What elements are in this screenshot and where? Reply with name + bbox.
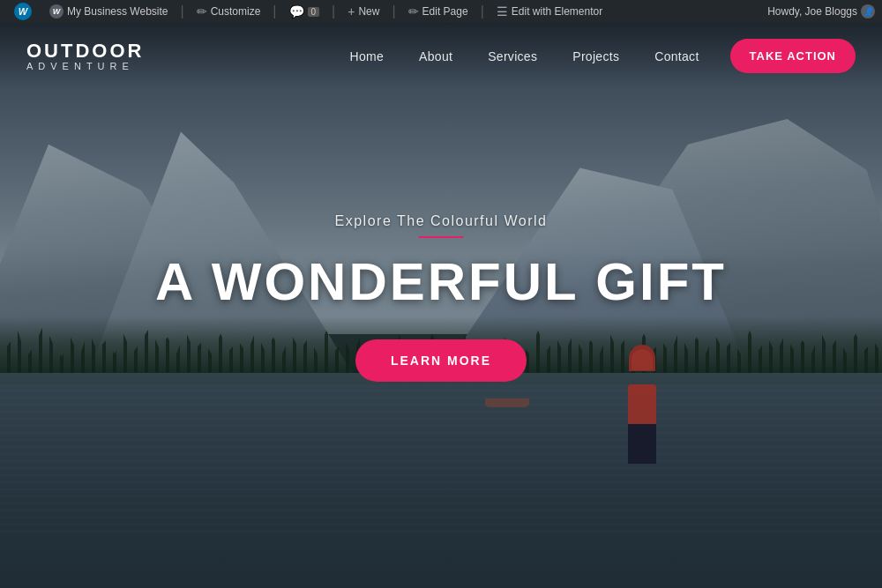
new-button[interactable]: + New: [340, 0, 386, 23]
edit-page-icon: ✏: [408, 4, 419, 19]
nav-item-services[interactable]: Services: [470, 41, 555, 72]
admin-bar-left: W W My Business Website | ✏ Customize | …: [7, 0, 609, 23]
wp-logo-button[interactable]: W: [7, 0, 39, 23]
my-business-label: My Business Website: [67, 5, 168, 18]
elementor-label: Edit with Elementor: [512, 5, 602, 18]
wp-icon-button[interactable]: W My Business Website: [42, 0, 176, 23]
user-greeting: Howdy, Joe Bloggs: [767, 5, 857, 18]
main-nav: Home About Services Projects Contact TAK…: [333, 39, 856, 73]
separator-4: |: [390, 4, 397, 19]
hero-subtitle-underline: [419, 235, 463, 237]
comments-button[interactable]: 💬 0: [282, 0, 327, 23]
hero-subtitle: Explore The Colourful World: [18, 212, 864, 228]
admin-bar: W W My Business Website | ✏ Customize | …: [0, 0, 882, 23]
customize-button[interactable]: ✏ Customize: [190, 0, 268, 23]
hero-content: Explore The Colourful World A WONDERFUL …: [0, 212, 882, 381]
comment-count: 0: [308, 7, 320, 17]
logo-line2: ADVENTURE: [26, 62, 144, 71]
wp-logo-icon: W: [14, 3, 32, 20]
customize-icon: ✏: [197, 4, 207, 19]
new-icon: +: [348, 4, 355, 19]
nav-item-home[interactable]: Home: [333, 41, 402, 72]
edit-page-label: Edit Page: [422, 5, 468, 18]
separator-5: |: [479, 4, 486, 19]
separator-1: |: [179, 4, 186, 19]
edit-page-button[interactable]: ✏ Edit Page: [401, 0, 475, 23]
elementor-icon: ☰: [497, 4, 508, 19]
take-action-button[interactable]: TAKE ACTION: [730, 39, 856, 73]
site-header: OUTDOOR ADVENTURE Home About Services Pr…: [0, 23, 882, 89]
logo-line1: OUTDOOR: [26, 41, 144, 61]
wp-small-icon: W: [49, 4, 64, 19]
user-avatar[interactable]: 👤: [861, 4, 875, 19]
elementor-button[interactable]: ☰ Edit with Elementor: [490, 0, 609, 23]
nav-item-contact[interactable]: Contact: [637, 41, 716, 72]
separator-2: |: [271, 4, 278, 19]
nav-item-about[interactable]: About: [401, 41, 470, 72]
hero-title: A WONDERFUL GIFT: [18, 255, 864, 308]
site-logo: OUTDOOR ADVENTURE: [26, 41, 144, 71]
site-wrapper: OUTDOOR ADVENTURE Home About Services Pr…: [0, 23, 882, 588]
admin-bar-right: Howdy, Joe Bloggs 👤: [767, 4, 875, 19]
customize-label: Customize: [211, 5, 261, 18]
learn-more-button[interactable]: LEARN MORE: [355, 339, 527, 381]
nav-item-projects[interactable]: Projects: [555, 41, 637, 72]
comments-icon: 💬: [289, 4, 304, 19]
separator-3: |: [330, 4, 337, 19]
new-label: New: [358, 5, 379, 18]
